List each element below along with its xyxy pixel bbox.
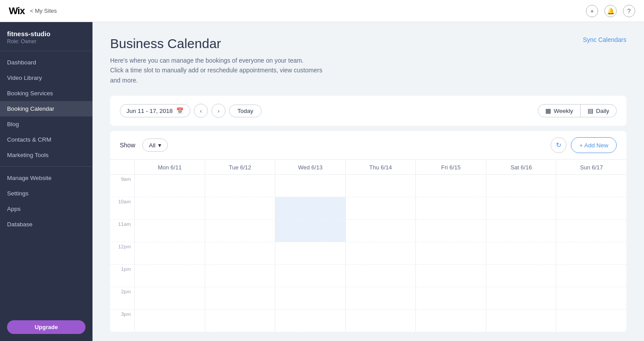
sidebar-item-database[interactable]: Database: [0, 217, 93, 232]
filter-select[interactable]: All ▾: [142, 139, 168, 152]
cell-mon-12pm[interactable]: [134, 242, 205, 264]
sidebar-item-manage-website[interactable]: Manage Website: [0, 170, 93, 186]
cell-mon-9am[interactable]: [134, 175, 205, 197]
day-header-thu: Thu 6/14: [345, 160, 416, 174]
my-sites-link[interactable]: < My Sites: [30, 7, 57, 14]
cell-fri-10am[interactable]: [415, 197, 486, 219]
sync-calendars-link[interactable]: Sync Calendars: [583, 36, 626, 43]
cell-sat-9am[interactable]: [486, 175, 556, 197]
sidebar-bottom: Upgrade: [0, 313, 93, 341]
chevron-down-icon: ▾: [158, 142, 161, 149]
cell-tue-10am[interactable]: [205, 197, 275, 219]
cell-sat-10am[interactable]: [486, 197, 556, 219]
time-label-1pm: 1pm: [110, 265, 134, 287]
cell-wed-3pm[interactable]: [275, 310, 345, 332]
cell-sat-2pm[interactable]: [486, 287, 556, 309]
time-row-9am: 9am: [110, 175, 626, 197]
sidebar-item-apps[interactable]: Apps: [0, 201, 93, 217]
sidebar-nav: Dashboard Video Library Booking Services…: [0, 51, 93, 313]
cell-tue-3pm[interactable]: [205, 310, 275, 332]
daily-view-button[interactable]: ▤ Daily: [581, 104, 617, 117]
prev-week-button[interactable]: ‹: [194, 104, 208, 118]
cell-mon-3pm[interactable]: [134, 310, 205, 332]
calendar-header-row: Mon 6/11 Tue 6/12 Wed 6/13 Thu 6/14 Fri …: [110, 160, 626, 175]
page-title: Business Calendar: [110, 36, 583, 51]
cell-thu-11am[interactable]: [345, 220, 416, 242]
cell-mon-10am[interactable]: [134, 197, 205, 219]
cell-thu-1pm[interactable]: [345, 265, 416, 287]
time-label-10am: 10am: [110, 197, 134, 219]
cell-thu-9am[interactable]: [345, 175, 416, 197]
sidebar-item-dashboard[interactable]: Dashboard: [0, 55, 93, 70]
cell-wed-12pm[interactable]: [275, 242, 345, 264]
page-subtitle: Here's where you can manage the bookings…: [110, 56, 374, 85]
daily-icon: ▤: [588, 107, 593, 114]
cell-fri-3pm[interactable]: [415, 310, 486, 332]
upgrade-button[interactable]: Upgrade: [7, 320, 85, 334]
cell-sat-1pm[interactable]: [486, 265, 556, 287]
day-header-mon: Mon 6/11: [134, 160, 205, 174]
bell-icon[interactable]: 🔔: [604, 5, 617, 17]
sidebar-item-booking-calendar[interactable]: Booking Calendar: [0, 101, 93, 116]
cell-sat-11am[interactable]: [486, 220, 556, 242]
cell-sat-3pm[interactable]: [486, 310, 556, 332]
weekly-icon: ▦: [545, 107, 551, 114]
cell-wed-10am[interactable]: [275, 197, 345, 219]
date-range-text: Jun 11 - 17, 2018: [126, 108, 173, 114]
date-range-picker[interactable]: Jun 11 - 17, 2018 📅: [120, 104, 190, 117]
cell-sun-1pm[interactable]: [556, 265, 626, 287]
cell-fri-9am[interactable]: [415, 175, 486, 197]
time-row-1pm: 1pm: [110, 265, 626, 287]
main-layout: fitness-studio Role: Owner Dashboard Vid…: [0, 22, 644, 341]
cell-sun-3pm[interactable]: [556, 310, 626, 332]
weekly-view-button[interactable]: ▦ Weekly: [538, 104, 581, 117]
cell-tue-2pm[interactable]: [205, 287, 275, 309]
sidebar-divider: [0, 166, 93, 167]
cell-wed-1pm[interactable]: [275, 265, 345, 287]
cell-wed-2pm[interactable]: [275, 287, 345, 309]
cell-sat-12pm[interactable]: [486, 242, 556, 264]
sidebar-item-blog[interactable]: Blog: [0, 116, 93, 132]
calendar-grid-card: Show All ▾ ↻ + Add New Mon 6/11 Tue 6/12: [110, 131, 626, 332]
cell-fri-2pm[interactable]: [415, 287, 486, 309]
cell-thu-3pm[interactable]: [345, 310, 416, 332]
cell-wed-11am[interactable]: [275, 220, 345, 242]
cell-mon-2pm[interactable]: [134, 287, 205, 309]
add-new-button[interactable]: + Add New: [571, 137, 617, 153]
cell-sun-11am[interactable]: [556, 220, 626, 242]
cell-fri-1pm[interactable]: [415, 265, 486, 287]
cell-tue-1pm[interactable]: [205, 265, 275, 287]
cell-sun-12pm[interactable]: [556, 242, 626, 264]
today-button[interactable]: Today: [229, 105, 262, 117]
topbar-right: + 🔔 ?: [586, 5, 635, 17]
plus-icon[interactable]: +: [586, 5, 598, 17]
cell-mon-11am[interactable]: [134, 220, 205, 242]
cell-wed-9am[interactable]: [275, 175, 345, 197]
cell-tue-9am[interactable]: [205, 175, 275, 197]
sidebar-item-settings[interactable]: Settings: [0, 186, 93, 201]
cell-thu-10am[interactable]: [345, 197, 416, 219]
calendar-icon: 📅: [176, 107, 184, 114]
sidebar-item-video-library[interactable]: Video Library: [0, 70, 93, 86]
next-week-button[interactable]: ›: [211, 104, 226, 118]
cell-mon-1pm[interactable]: [134, 265, 205, 287]
view-toggle: ▦ Weekly ▤ Daily: [538, 104, 617, 117]
wix-logo: Wix: [9, 5, 25, 17]
cell-thu-12pm[interactable]: [345, 242, 416, 264]
time-gutter-header: [110, 160, 134, 174]
cell-thu-2pm[interactable]: [345, 287, 416, 309]
cell-fri-12pm[interactable]: [415, 242, 486, 264]
cell-fri-11am[interactable]: [415, 220, 486, 242]
refresh-button[interactable]: ↻: [551, 137, 566, 153]
sidebar-item-contacts-crm[interactable]: Contacts & CRM: [0, 132, 93, 147]
sidebar-item-marketing-tools[interactable]: Marketing Tools: [0, 147, 93, 163]
sidebar-item-booking-services[interactable]: Booking Services: [0, 86, 93, 101]
cell-sun-2pm[interactable]: [556, 287, 626, 309]
cell-tue-11am[interactable]: [205, 220, 275, 242]
time-label-9am: 9am: [110, 175, 134, 197]
cell-sun-9am[interactable]: [556, 175, 626, 197]
calendar-grid: Mon 6/11 Tue 6/12 Wed 6/13 Thu 6/14 Fri …: [110, 160, 626, 332]
cell-sun-10am[interactable]: [556, 197, 626, 219]
cell-tue-12pm[interactable]: [205, 242, 275, 264]
question-icon[interactable]: ?: [623, 5, 635, 17]
